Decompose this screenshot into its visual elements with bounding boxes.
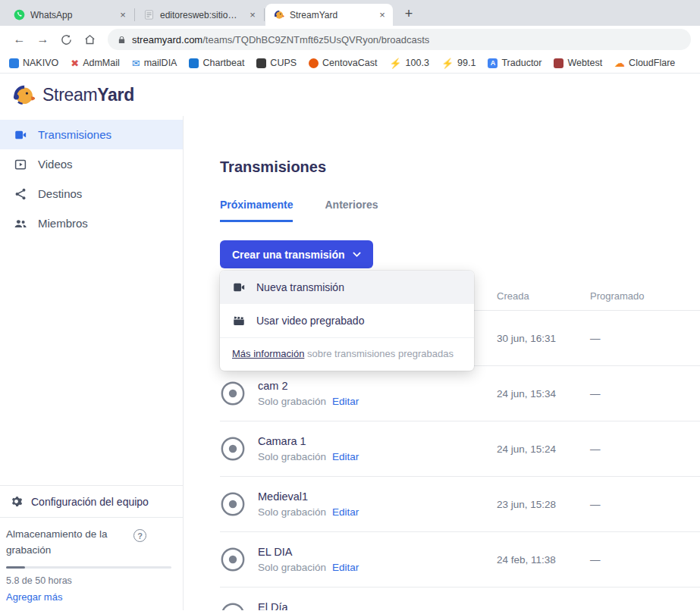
record-icon (220, 491, 246, 517)
menu-item-new-broadcast[interactable]: Nueva transmisión (220, 271, 474, 304)
bookmark-100-3[interactable]: ⚡100.3 (389, 58, 429, 68)
browser-tab-bar: WhatsApp × editoresweb:sitioweb:eldia.co… (0, 0, 700, 26)
team-settings-button[interactable]: Configuración del equipo (0, 485, 183, 517)
table-row[interactable]: Medieval1 Solo grabaciónEditar 23 jun, 1… (220, 477, 700, 532)
clapperboard-icon (232, 314, 246, 327)
bookmark-cloudflare[interactable]: ☁CloudFlare (614, 58, 675, 68)
bookmark-cups[interactable]: CUPS (256, 58, 297, 68)
bookmark-webtest[interactable]: Webtest (554, 58, 602, 68)
reload-icon[interactable] (56, 30, 77, 50)
add-more-link[interactable]: Agregar más (6, 591, 172, 603)
browser-window: WhatsApp × editoresweb:sitioweb:eldia.co… (0, 0, 700, 611)
webtest-icon (554, 58, 563, 68)
table-row[interactable]: cam 2 Solo grabaciónEditar 24 jun, 15:34… (220, 366, 700, 421)
tab-title: WhatsApp (30, 10, 111, 20)
video-camera-icon (232, 280, 246, 294)
tab-eldia[interactable]: editoresweb:sitioweb:eldia.co × (136, 4, 263, 26)
broadcast-cell: Camara 1 Solo grabaciónEditar (220, 435, 497, 462)
tab-title: StreamYard (290, 10, 371, 20)
sidebar-item-miembros[interactable]: Miembros (0, 208, 183, 238)
broadcast-cell: EL DIA Solo grabaciónEditar (220, 546, 497, 573)
chevron-down-icon (353, 250, 361, 258)
broadcast-title: Camara 1 (258, 435, 359, 447)
close-tab-icon[interactable]: × (246, 9, 259, 21)
bookmark-maildia[interactable]: ✉mailDIA (132, 58, 177, 68)
close-tab-icon[interactable]: × (376, 9, 388, 21)
url-path: /teams/TQDhBC9ZNTmft6z5UsQVRyon/broadcas… (202, 34, 429, 45)
broadcast-type: Solo grabación (258, 451, 326, 462)
table-row[interactable]: Camara 1 Solo grabaciónEditar 24 jun, 15… (220, 421, 700, 477)
sidebar-item-videos[interactable]: Videos (0, 149, 183, 179)
edit-link[interactable]: Editar (332, 562, 359, 573)
tab-anteriores[interactable]: Anteriores (325, 199, 378, 222)
create-broadcast-button[interactable]: Crear una transmisión (220, 240, 373, 268)
storage-header: Almacenamiento de la grabación ? (6, 527, 172, 559)
storage-label: Almacenamiento de la grabación (6, 527, 133, 559)
table-row[interactable]: El Día Solo grabaciónEditar 24 feb, 11:2… (220, 588, 700, 610)
nakivo-icon (9, 58, 19, 68)
storage-progress-fill (6, 566, 25, 569)
tab-separator (264, 8, 265, 21)
created-date: 24 feb, 11:22 (497, 609, 590, 611)
chartbeat-icon (189, 58, 199, 68)
app-header: StreamYard (0, 74, 700, 116)
back-icon[interactable]: ← (9, 30, 30, 50)
sidebar-item-label: Miembros (38, 217, 88, 230)
sidebar-nav: Transmisiones Videos Destinos Miembros (0, 116, 183, 238)
help-icon[interactable]: ? (133, 529, 146, 542)
browser-address-bar: ← → streamyard.com/teams/TQDhBC9ZNTmft6z… (0, 26, 700, 53)
menu-item-prerecorded-video[interactable]: Usar video pregrabado (220, 304, 474, 337)
video-camera-icon (14, 128, 27, 142)
share-icon (14, 187, 27, 201)
streamyard-logo-icon[interactable] (11, 83, 36, 108)
sidebar-spacer (0, 238, 183, 485)
gear-icon (10, 495, 23, 508)
bookmark-chartbeat[interactable]: Chartbeat (189, 58, 244, 68)
table-row[interactable]: EL DIA Solo grabaciónEditar 24 feb, 11:3… (220, 532, 700, 588)
tab-streamyard-active[interactable]: StreamYard × (265, 4, 393, 26)
tab-whatsapp[interactable]: WhatsApp × (6, 4, 133, 26)
edit-link[interactable]: Editar (332, 506, 359, 518)
bookmark-admmail[interactable]: ✖AdmMail (71, 58, 120, 68)
bookmark-99-1[interactable]: ⚡99.1 (441, 58, 476, 68)
streamyard-wordmark: StreamYard (42, 85, 134, 105)
broadcast-type: Solo grabación (258, 396, 326, 407)
home-icon[interactable] (80, 30, 100, 50)
cloud-icon: ☁ (614, 58, 625, 68)
streamyard-duck-icon (273, 9, 284, 20)
more-info-link[interactable]: Más información (232, 348, 304, 359)
sidebar-item-label: Transmisiones (38, 128, 111, 141)
bookmark-traductor[interactable]: ATraductor (488, 58, 541, 68)
team-settings-label: Configuración del equipo (31, 496, 149, 508)
bookmark-nakivo[interactable]: NAKIVO (9, 58, 58, 68)
created-date: 23 jun, 15:28 (497, 499, 590, 510)
record-icon (220, 547, 246, 572)
broadcast-title: EL DIA (258, 546, 359, 558)
column-header-scheduled: Programado (590, 290, 700, 302)
broadcast-title: El Día (258, 601, 359, 610)
tab-proximamente[interactable]: Próximamente (220, 199, 293, 222)
scheduled-date: — (590, 499, 700, 510)
scheduled-date: — (590, 609, 700, 611)
edit-link[interactable]: Editar (332, 396, 359, 407)
mail-dove-icon: ✉ (132, 58, 140, 68)
storage-progress-bar (6, 566, 171, 569)
url-omnibox[interactable]: streamyard.com/teams/TQDhBC9ZNTmft6z5UsQ… (108, 29, 691, 50)
broadcast-tabs: Próximamente Anteriores (220, 199, 700, 222)
broadcast-title: Medieval1 (258, 490, 359, 503)
close-tab-icon[interactable]: × (117, 9, 129, 21)
sidebar-item-transmisiones[interactable]: Transmisiones (0, 120, 183, 149)
sidebar-item-label: Destinos (38, 187, 82, 200)
bookmark-centovacast[interactable]: CentovaCast (309, 58, 377, 68)
lightning-icon: ⚡ (389, 58, 401, 68)
edit-link[interactable]: Editar (332, 451, 359, 462)
translate-icon: A (488, 58, 498, 68)
menu-item-label: Usar video pregrabado (256, 315, 364, 327)
sidebar-item-destinos[interactable]: Destinos (0, 179, 183, 208)
scheduled-date: — (590, 443, 700, 455)
new-tab-button[interactable]: + (399, 4, 419, 24)
lightning-icon: ⚡ (441, 58, 454, 68)
video-file-icon (14, 158, 27, 171)
forward-icon[interactable]: → (33, 30, 53, 50)
record-icon (220, 436, 246, 462)
